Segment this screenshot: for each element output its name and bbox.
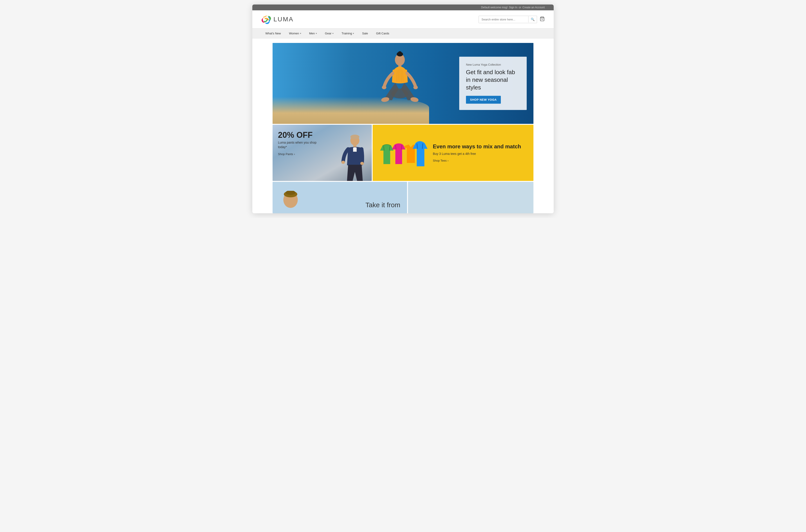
tees-text-content: Even more ways to mix and match Buy 3 Lu… bbox=[433, 144, 527, 162]
promo-row: 20% OFF Luma pants when you shop today* … bbox=[273, 125, 533, 181]
svg-point-24 bbox=[360, 162, 364, 165]
promo-pants-banner: 20% OFF Luma pants when you shop today* … bbox=[273, 125, 372, 181]
promo-tees-banner: Even more ways to mix and match Buy 3 Lu… bbox=[373, 125, 533, 181]
take-it-from-title: Take it from bbox=[365, 201, 400, 209]
search-button[interactable]: 🔍 bbox=[528, 16, 537, 22]
nav-item-gift-cards[interactable]: Gift Cards bbox=[372, 28, 393, 38]
header-actions: 🔍 bbox=[479, 16, 545, 23]
hero-cta-button[interactable]: Shop New Yoga bbox=[466, 96, 501, 104]
create-account-link[interactable]: Create an Account bbox=[523, 6, 545, 9]
sign-in-link[interactable]: Sign In bbox=[509, 6, 517, 9]
chevron-down-icon: ▾ bbox=[316, 32, 317, 35]
chevron-down-icon: ▾ bbox=[353, 32, 354, 35]
svg-point-23 bbox=[342, 161, 345, 164]
search-icon: 🔍 bbox=[531, 18, 534, 21]
svg-point-1 bbox=[263, 17, 267, 22]
cart-icon bbox=[540, 17, 545, 22]
arrow-right-icon: › bbox=[447, 159, 448, 162]
hero-subtitle: New Luma Yoga Collection bbox=[466, 63, 520, 66]
hero-title: Get fit and look fab in new seasonal sty… bbox=[466, 69, 520, 91]
logo-link[interactable]: LUMA bbox=[261, 14, 294, 24]
tee-shirts-display bbox=[379, 138, 428, 168]
hero-banner: New Luma Yoga Collection Get fit and loo… bbox=[273, 43, 533, 124]
main-navigation: What's New Women ▾ Men ▾ Gear ▾ Training… bbox=[252, 28, 554, 38]
nav-item-women[interactable]: Women ▾ bbox=[285, 28, 305, 38]
pants-figure bbox=[336, 132, 372, 181]
promo-pants-description: Luma pants when you shop today* bbox=[278, 140, 323, 149]
chevron-down-icon: ▾ bbox=[332, 32, 333, 35]
cart-button[interactable] bbox=[540, 16, 545, 22]
svg-point-7 bbox=[398, 51, 402, 54]
search-form: 🔍 bbox=[479, 16, 537, 23]
logo-text: LUMA bbox=[273, 16, 294, 23]
chevron-down-icon: ▾ bbox=[300, 32, 301, 35]
promo-other-banner bbox=[408, 182, 533, 213]
promo-take-it-from: Take it from bbox=[273, 182, 407, 213]
top-bar: Default welcome msg! Sign In or Create a… bbox=[252, 4, 554, 10]
svg-point-12 bbox=[391, 89, 408, 98]
or-text: or bbox=[519, 6, 521, 9]
svg-point-11 bbox=[413, 86, 418, 89]
site-header: LUMA 🔍 bbox=[252, 10, 554, 28]
hero-text-box: New Luma Yoga Collection Get fit and loo… bbox=[459, 57, 527, 110]
search-input[interactable] bbox=[479, 16, 528, 23]
page-content: New Luma Yoga Collection Get fit and loo… bbox=[268, 38, 538, 213]
shop-tees-link[interactable]: Shop Tees › bbox=[433, 159, 527, 162]
hero-figure bbox=[368, 48, 431, 121]
tees-description: Buy 3 Luma tees get a 4th free bbox=[433, 152, 527, 156]
welcome-message: Default welcome msg! bbox=[481, 6, 508, 9]
nav-item-sale[interactable]: Sale bbox=[358, 28, 372, 38]
bottom-promo-row: Take it from bbox=[273, 182, 533, 213]
tees-title: Even more ways to mix and match bbox=[433, 144, 527, 150]
nav-item-whats-new[interactable]: What's New bbox=[261, 28, 285, 38]
svg-point-21 bbox=[350, 135, 359, 139]
nav-item-training[interactable]: Training ▾ bbox=[337, 28, 358, 38]
svg-point-10 bbox=[382, 86, 386, 89]
nav-item-men[interactable]: Men ▾ bbox=[305, 28, 321, 38]
nav-item-gear[interactable]: Gear ▾ bbox=[321, 28, 337, 38]
arrow-right-icon: › bbox=[294, 152, 295, 156]
luma-logo-icon bbox=[261, 14, 271, 24]
